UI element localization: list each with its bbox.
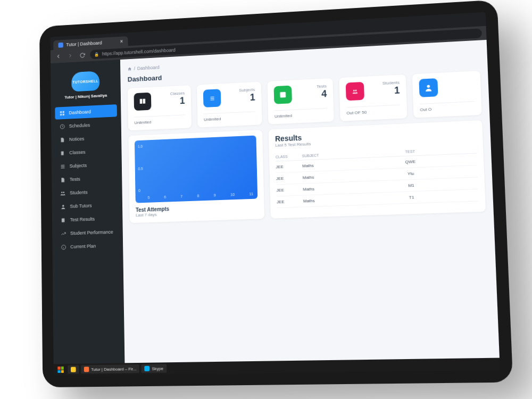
sidebar-item-classes[interactable]: Classes [55, 145, 118, 160]
col-subject-header: SUBJECT [302, 152, 344, 157]
stat-card-subjects: Subjects1Unlimited [197, 82, 262, 128]
sidebar-item-label: Dashboard [69, 109, 90, 115]
y-tick: 0.5 [138, 167, 143, 170]
windows-logo-icon [57, 367, 64, 373]
grid-icon [59, 110, 65, 117]
sidebar-item-label: Notices [69, 136, 84, 142]
sidebar-item-test-results[interactable]: Test Results [56, 212, 119, 226]
sidebar-item-label: Tests [70, 177, 80, 182]
cell-test: T1 [346, 193, 478, 202]
x-tick: 6 [164, 195, 166, 199]
stat-value: 1 [170, 95, 185, 107]
x-tick: 11 [249, 192, 253, 196]
clock-icon [59, 123, 65, 130]
test-attempts-card: 1.00.50 567891011 Test Attempts Last 7 d… [128, 130, 264, 223]
svg-rect-12 [62, 218, 65, 222]
folder-icon [71, 367, 76, 372]
cell-class: JEE [276, 187, 303, 193]
x-tick: 10 [230, 193, 235, 196]
list-icon [60, 163, 65, 170]
brand-logo: TUTORSHELL [71, 71, 99, 92]
stat-footer: Out OF 50 [346, 105, 401, 116]
reload-button[interactable] [78, 51, 86, 59]
chart-y-axis: 1.00.50 [138, 145, 144, 193]
growth-icon [60, 230, 66, 237]
stat-footer: Unlimited [134, 114, 185, 125]
stat-card-tests: ?Tests4Unlimited [267, 78, 334, 124]
list-icon [203, 89, 221, 107]
result-icon [60, 217, 66, 223]
question-icon: ? [274, 86, 292, 104]
cell-test: QWE [345, 157, 477, 167]
sidebar-item-sub-tutors[interactable]: Sub Tutors [56, 198, 118, 213]
svg-point-11 [62, 205, 64, 207]
sidebar-item-label: Students [70, 189, 88, 195]
sidebar-item-label: Current Plan [70, 244, 96, 250]
x-tick: 5 [148, 196, 150, 200]
cell-class: JEE [276, 164, 302, 170]
folder-button[interactable] [68, 365, 79, 374]
sidebar-item-student-performance[interactable]: Student Performance [56, 226, 119, 240]
home-icon[interactable] [127, 66, 132, 71]
y-tick: 1.0 [138, 145, 143, 148]
stat-value: 1 [239, 92, 255, 104]
person-icon [419, 78, 438, 97]
cell-class: JEE [277, 199, 303, 205]
book-icon [134, 93, 152, 111]
breadcrumb-page[interactable]: Dashboard [137, 65, 160, 71]
close-icon[interactable]: × [120, 38, 123, 44]
sidebar-item-label: Subjects [70, 163, 87, 169]
doc-icon [60, 177, 65, 183]
svg-point-21 [353, 89, 355, 91]
stat-footer: Unlimited [204, 111, 256, 122]
taskbar-label: Tutor | Dashboard – Fir... [91, 367, 136, 372]
sidebar-item-current-plan[interactable]: Current Plan [56, 239, 119, 253]
forward-button[interactable] [66, 52, 74, 60]
breadcrumb-sep: / [134, 66, 136, 71]
user-line: Tutor | Nikunj Savaliya [64, 93, 107, 100]
users-icon [60, 190, 65, 196]
users-icon [346, 82, 364, 101]
taskbar-label: Skype [152, 366, 163, 371]
cell-test: Ytu [345, 169, 478, 178]
svg-point-13 [61, 245, 65, 249]
sidebar-item-label: Schedules [69, 122, 90, 128]
tab-title: Tutor | Dashboard [66, 40, 102, 47]
info-icon [60, 244, 66, 250]
sidebar-item-subjects[interactable]: Subjects [55, 158, 118, 173]
start-button[interactable] [55, 365, 65, 374]
stat-value: 4 [317, 88, 327, 100]
stat-card-extra: Out O [412, 71, 482, 118]
taskbar-app-tutor[interactable]: Tutor | Dashboard – Fir... [81, 364, 139, 373]
sidebar-item-dashboard[interactable]: Dashboard [55, 104, 117, 120]
results-card: Results Last 5 Test Results CLASS SUBJEC… [269, 120, 486, 219]
sidebar-item-schedules[interactable]: Schedules [55, 118, 118, 132]
y-tick: 0 [138, 189, 143, 193]
user-icon [60, 203, 66, 210]
cell-subject: Maths [303, 174, 346, 180]
brand-text: TUTORSHELL [72, 79, 98, 84]
taskbar-app-skype[interactable]: Skype [142, 364, 167, 373]
sidebar: TUTORSHELL Tutor | Nikunj Savaliya Dashb… [51, 60, 124, 364]
svg-point-23 [427, 85, 430, 88]
url-text: https://app.tutorshell.com/dashboard [102, 47, 176, 56]
sidebar-item-label: Student Performance [70, 229, 113, 236]
stat-footer: Unlimited [275, 108, 328, 119]
cell-subject: Maths [302, 162, 345, 168]
cell-class: JEE [276, 176, 303, 181]
stat-card-classes: Classes1Unlimited [128, 85, 192, 130]
sidebar-item-students[interactable]: Students [56, 185, 118, 200]
sidebar-item-tests[interactable]: Tests [56, 171, 118, 186]
sidebar-item-notices[interactable]: Notices [55, 131, 118, 146]
stat-footer: Out O [420, 101, 475, 112]
svg-rect-5 [61, 151, 64, 155]
cell-test: M1 [346, 181, 478, 190]
sidebar-item-label: Classes [69, 149, 85, 155]
back-button[interactable] [54, 52, 62, 61]
file-icon [59, 137, 65, 143]
svg-point-10 [63, 192, 64, 193]
sidebar-nav: DashboardSchedulesNoticesClassesSubjects… [51, 104, 123, 254]
svg-rect-3 [62, 113, 64, 115]
tab-favicon [58, 42, 63, 47]
clipboard-icon [60, 150, 65, 156]
